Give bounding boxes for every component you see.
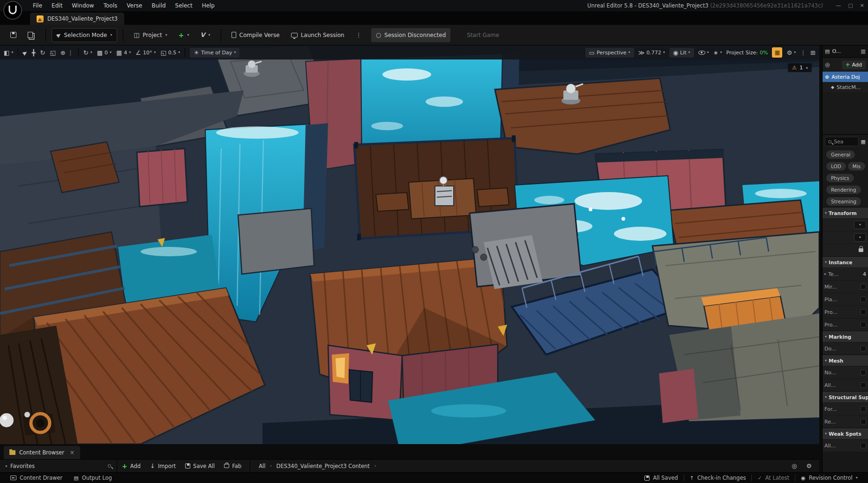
world-space-button[interactable]: ⊕ ⋮	[60, 50, 74, 56]
show-flags-dropdown[interactable]: ▾	[698, 51, 709, 55]
scale-tool-button[interactable]: ◱	[50, 50, 56, 56]
viewport-options-button[interactable]: ◧ ▾	[4, 50, 13, 56]
section-instance[interactable]: ▾ Instance	[823, 256, 868, 268]
camera-speed-button[interactable]: ≫ 0.772 ▾	[638, 50, 665, 56]
all-saved-indicator[interactable]: All Saved	[639, 473, 683, 483]
rotate-tool-button[interactable]: ↻	[40, 50, 45, 56]
scale-snap-button[interactable]: ◱ 0.5 ▾	[160, 50, 180, 56]
maximize-button[interactable]: ▢	[848, 0, 853, 11]
menu-file[interactable]: File	[28, 0, 47, 11]
level-viewport[interactable]: ◧ ▾ ▶ ╋ ↻ ◱ ⊕ ⋮ ↻ ▾ ▩ 0 ▾ ▦ 4 ▾ ∠ 10° ▾	[0, 45, 819, 444]
save-button[interactable]	[6, 28, 21, 42]
outliner-empty-area[interactable]	[823, 92, 868, 134]
property-checkbox[interactable]	[861, 346, 866, 351]
cb-user-button[interactable]: ◎	[787, 460, 801, 472]
session-options-button[interactable]: ⋮	[351, 28, 367, 42]
details-filter-rendering[interactable]: Rendering	[826, 186, 861, 194]
lock-icon[interactable]	[859, 248, 863, 252]
project-tab[interactable]: DES340_Valiente_Project3	[30, 13, 124, 25]
details-filter-general[interactable]: General	[826, 150, 855, 159]
rotation-snap-button[interactable]: ∠ 10° ▾	[135, 50, 156, 56]
add-content-dropdown[interactable]: + ▾	[174, 28, 194, 42]
verse-dropdown[interactable]: V ▾	[195, 28, 215, 42]
menu-edit[interactable]: Edit	[47, 0, 67, 11]
at-latest-indicator[interactable]: ✓ At Latest	[752, 473, 795, 483]
property-row[interactable]: No...	[823, 366, 868, 379]
property-checkbox[interactable]	[861, 297, 866, 302]
property-row[interactable]: ▸ Te... 4	[823, 268, 868, 280]
menu-help[interactable]: Help	[197, 0, 219, 11]
time-of-day-dropdown[interactable]: ☀ Time of Day ▾	[190, 48, 239, 58]
move-tool-button[interactable]: ╋	[32, 50, 36, 56]
property-checkbox[interactable]	[861, 309, 866, 315]
browse-button[interactable]	[23, 28, 40, 42]
property-checkbox[interactable]	[861, 443, 866, 448]
viewport-settings-button[interactable]: ⚙ ▾	[786, 50, 796, 56]
cb-save-all-button[interactable]: Save All	[180, 460, 219, 472]
close-button[interactable]: ×	[860, 0, 864, 11]
viewport-more-button[interactable]: ⋮	[800, 50, 806, 56]
section-structural-supports[interactable]: ▾ Structural Supp	[823, 391, 868, 402]
revision-control-button[interactable]: ◉ Revision Control ▾	[795, 473, 863, 483]
favorites-header[interactable]: ▸ Favorites	[0, 460, 117, 472]
compile-verse-button[interactable]: Compile Verse	[227, 28, 284, 42]
quad-view-button[interactable]: ⊞	[810, 50, 816, 56]
transform-rotation-dropdown[interactable]: ▾	[854, 233, 866, 242]
content-drawer-button[interactable]: Content Drawer	[5, 473, 68, 483]
output-log-button[interactable]: ▤ Output Log	[68, 473, 118, 483]
close-icon[interactable]: ×	[70, 449, 75, 456]
select-tool-button[interactable]: ▶	[23, 50, 27, 55]
viewport-3d-scene[interactable]	[0, 45, 819, 444]
property-row[interactable]: Pro...	[823, 318, 868, 331]
property-checkbox[interactable]	[861, 370, 866, 375]
project-dropdown[interactable]: ◫ Project ▾	[129, 28, 172, 42]
effects-dropdown[interactable]: ∗ ▾	[713, 50, 722, 56]
section-transform[interactable]: ▾ Transform	[823, 207, 868, 218]
details-filter-lod[interactable]: LOD	[826, 162, 846, 171]
property-row[interactable]: Do...	[823, 342, 868, 355]
cb-add-button[interactable]: + Add	[117, 460, 145, 472]
minimize-button[interactable]: —	[836, 0, 841, 11]
outliner-add-button[interactable]: + Add	[842, 60, 866, 69]
launch-session-button[interactable]: Launch Session	[286, 28, 349, 42]
project-size-indicator[interactable]: Project Size: 0%	[726, 50, 768, 56]
property-row[interactable]: For...	[823, 402, 868, 415]
outliner-item-staticmesh[interactable]: ◆ StaticM...	[823, 82, 868, 92]
property-row[interactable]: Pla...	[823, 293, 868, 305]
selection-mode-dropdown[interactable]: ▶ Selection Mode ▾	[52, 28, 117, 42]
details-filter-streaming[interactable]: Streaming	[826, 197, 861, 206]
surface-snap-button[interactable]: ↻ ▾	[83, 50, 92, 56]
details-filter-misc[interactable]: Mis	[848, 162, 865, 171]
property-checkbox[interactable]	[861, 406, 866, 412]
grid-snap-button[interactable]: ▦ 4 ▾	[116, 50, 131, 56]
memory-grid-button[interactable]: ▦	[772, 47, 782, 58]
section-marking[interactable]: ▾ Marking	[823, 331, 868, 342]
property-row[interactable]: Re...	[823, 415, 868, 428]
checkin-changes-button[interactable]: ↑ Check-in Changes	[684, 473, 752, 483]
menu-window[interactable]: Window	[67, 0, 98, 11]
content-browser-tab[interactable]: Content Browser ×	[4, 446, 80, 459]
viewport-warning-badge[interactable]: ⚠ 1 ◂	[788, 63, 812, 72]
property-checkbox[interactable]	[861, 322, 866, 327]
location-snap-button[interactable]: ▩ 0 ▾	[97, 50, 112, 56]
property-row[interactable]: Pro...	[823, 305, 868, 318]
menu-build[interactable]: Build	[147, 0, 170, 11]
property-row[interactable]: All...	[823, 439, 868, 452]
breadcrumb-root[interactable]: All	[254, 460, 270, 472]
view-mode-dropdown[interactable]: ◉ Lit ▾	[669, 48, 694, 58]
cb-fab-button[interactable]: Fab	[219, 460, 246, 472]
session-disconnected-button[interactable]: ○ Session Disconnected	[371, 28, 451, 42]
property-value[interactable]: 4	[863, 271, 866, 277]
property-checkbox[interactable]	[861, 419, 866, 424]
start-game-button[interactable]: Start Game	[459, 28, 504, 42]
transform-location-dropdown[interactable]: ▾	[854, 221, 866, 229]
unreal-logo-icon[interactable]	[3, 1, 22, 20]
breadcrumb-path[interactable]: DES340_Valiente_Project3 Content	[272, 460, 374, 472]
property-checkbox[interactable]	[861, 284, 866, 290]
menu-verse[interactable]: Verse	[122, 0, 147, 11]
perspective-dropdown[interactable]: ▭ Perspective ▾	[585, 48, 634, 58]
details-search-input[interactable]: Sea	[825, 137, 859, 146]
section-mesh[interactable]: ▾ Mesh	[823, 355, 868, 366]
property-row[interactable]: All...	[823, 379, 868, 391]
cb-settings-button[interactable]: ⚙	[801, 460, 819, 472]
